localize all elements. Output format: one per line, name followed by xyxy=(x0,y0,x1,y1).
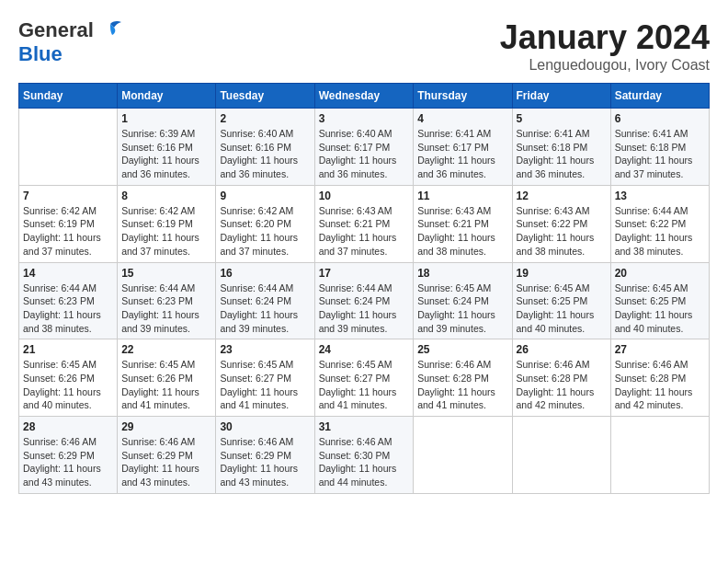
day-info: Sunrise: 6:39 AM Sunset: 6:16 PM Dayligh… xyxy=(121,127,211,181)
calendar-cell: 7Sunrise: 6:42 AM Sunset: 6:19 PM Daylig… xyxy=(19,185,118,262)
calendar-cell: 24Sunrise: 6:45 AM Sunset: 6:27 PM Dayli… xyxy=(314,339,414,417)
day-number: 5 xyxy=(517,112,607,125)
day-info: Sunrise: 6:45 AM Sunset: 6:25 PM Dayligh… xyxy=(517,282,607,336)
day-number: 10 xyxy=(319,190,410,202)
calendar-cell: 19Sunrise: 6:45 AM Sunset: 6:25 PM Dayli… xyxy=(512,262,610,339)
calendar-cell: 31Sunrise: 6:46 AM Sunset: 6:30 PM Dayli… xyxy=(314,417,414,494)
day-info: Sunrise: 6:41 AM Sunset: 6:17 PM Dayligh… xyxy=(417,127,507,181)
calendar-cell: 29Sunrise: 6:46 AM Sunset: 6:29 PM Dayli… xyxy=(118,417,216,494)
calendar-cell xyxy=(610,417,709,494)
logo: General Blue xyxy=(18,18,123,66)
calendar-cell: 2Sunrise: 6:40 AM Sunset: 6:16 PM Daylig… xyxy=(216,109,314,186)
day-info: Sunrise: 6:40 AM Sunset: 6:17 PM Dayligh… xyxy=(319,127,410,181)
title-area: January 2024 Lenguedougou, Ivory Coast xyxy=(500,18,710,74)
calendar-cell: 16Sunrise: 6:44 AM Sunset: 6:24 PM Dayli… xyxy=(216,262,314,339)
day-number: 31 xyxy=(319,420,410,433)
day-info: Sunrise: 6:42 AM Sunset: 6:20 PM Dayligh… xyxy=(220,204,310,259)
day-info: Sunrise: 6:44 AM Sunset: 6:23 PM Dayligh… xyxy=(23,282,113,336)
day-number: 30 xyxy=(220,420,310,433)
day-info: Sunrise: 6:44 AM Sunset: 6:24 PM Dayligh… xyxy=(220,282,310,336)
calendar-cell: 13Sunrise: 6:44 AM Sunset: 6:22 PM Dayli… xyxy=(610,185,709,262)
day-number: 20 xyxy=(615,267,705,280)
day-info: Sunrise: 6:42 AM Sunset: 6:19 PM Dayligh… xyxy=(121,204,211,259)
calendar-week-row: 28Sunrise: 6:46 AM Sunset: 6:29 PM Dayli… xyxy=(19,417,710,494)
calendar-cell: 28Sunrise: 6:46 AM Sunset: 6:29 PM Dayli… xyxy=(19,417,118,494)
weekday-header-sunday: Sunday xyxy=(19,84,118,109)
calendar-cell: 1Sunrise: 6:39 AM Sunset: 6:16 PM Daylig… xyxy=(118,109,216,186)
day-number: 26 xyxy=(517,343,607,356)
day-info: Sunrise: 6:43 AM Sunset: 6:21 PM Dayligh… xyxy=(417,204,507,259)
day-number: 12 xyxy=(517,190,607,202)
day-info: Sunrise: 6:42 AM Sunset: 6:19 PM Dayligh… xyxy=(23,204,113,259)
day-info: Sunrise: 6:46 AM Sunset: 6:28 PM Dayligh… xyxy=(417,358,507,412)
day-number: 15 xyxy=(121,267,211,280)
day-info: Sunrise: 6:40 AM Sunset: 6:16 PM Dayligh… xyxy=(220,127,310,181)
calendar-cell: 27Sunrise: 6:46 AM Sunset: 6:28 PM Dayli… xyxy=(610,339,709,417)
page-header: General Blue January 2024 Lenguedougou, … xyxy=(18,18,710,74)
day-number: 24 xyxy=(319,343,410,356)
calendar-week-row: 7Sunrise: 6:42 AM Sunset: 6:19 PM Daylig… xyxy=(19,185,710,262)
calendar-cell: 21Sunrise: 6:45 AM Sunset: 6:26 PM Dayli… xyxy=(19,339,118,417)
calendar-cell: 23Sunrise: 6:45 AM Sunset: 6:27 PM Dayli… xyxy=(216,339,314,417)
day-number: 6 xyxy=(615,112,705,125)
calendar-cell: 18Sunrise: 6:45 AM Sunset: 6:24 PM Dayli… xyxy=(414,262,512,339)
day-info: Sunrise: 6:41 AM Sunset: 6:18 PM Dayligh… xyxy=(517,127,607,181)
day-number: 14 xyxy=(23,267,113,280)
day-number: 17 xyxy=(319,267,410,280)
day-info: Sunrise: 6:46 AM Sunset: 6:29 PM Dayligh… xyxy=(121,435,211,489)
calendar-week-row: 1Sunrise: 6:39 AM Sunset: 6:16 PM Daylig… xyxy=(19,109,710,186)
day-number: 18 xyxy=(417,267,507,280)
calendar-cell: 20Sunrise: 6:45 AM Sunset: 6:25 PM Dayli… xyxy=(610,262,709,339)
calendar-cell: 6Sunrise: 6:41 AM Sunset: 6:18 PM Daylig… xyxy=(610,109,709,186)
day-info: Sunrise: 6:46 AM Sunset: 6:30 PM Dayligh… xyxy=(319,435,410,489)
day-info: Sunrise: 6:43 AM Sunset: 6:22 PM Dayligh… xyxy=(517,204,607,259)
day-number: 7 xyxy=(23,190,113,202)
day-number: 9 xyxy=(220,190,310,202)
day-info: Sunrise: 6:46 AM Sunset: 6:29 PM Dayligh… xyxy=(23,435,113,489)
day-info: Sunrise: 6:45 AM Sunset: 6:24 PM Dayligh… xyxy=(417,282,507,336)
day-info: Sunrise: 6:45 AM Sunset: 6:26 PM Dayligh… xyxy=(121,358,211,412)
calendar-cell: 11Sunrise: 6:43 AM Sunset: 6:21 PM Dayli… xyxy=(414,185,512,262)
calendar-cell xyxy=(414,417,512,494)
weekday-header-wednesday: Wednesday xyxy=(314,84,414,109)
calendar-week-row: 14Sunrise: 6:44 AM Sunset: 6:23 PM Dayli… xyxy=(19,262,710,339)
day-number: 2 xyxy=(220,112,310,125)
calendar-table: SundayMondayTuesdayWednesdayThursdayFrid… xyxy=(18,83,710,494)
day-number: 28 xyxy=(23,420,113,433)
calendar-cell: 26Sunrise: 6:46 AM Sunset: 6:28 PM Dayli… xyxy=(512,339,610,417)
day-info: Sunrise: 6:45 AM Sunset: 6:25 PM Dayligh… xyxy=(615,282,705,336)
calendar-cell: 22Sunrise: 6:45 AM Sunset: 6:26 PM Dayli… xyxy=(118,339,216,417)
day-info: Sunrise: 6:45 AM Sunset: 6:27 PM Dayligh… xyxy=(319,358,410,412)
calendar-cell: 14Sunrise: 6:44 AM Sunset: 6:23 PM Dayli… xyxy=(19,262,118,339)
calendar-cell: 12Sunrise: 6:43 AM Sunset: 6:22 PM Dayli… xyxy=(512,185,610,262)
calendar-subtitle: Lenguedougou, Ivory Coast xyxy=(500,57,710,74)
calendar-cell: 3Sunrise: 6:40 AM Sunset: 6:17 PM Daylig… xyxy=(314,109,414,186)
calendar-cell xyxy=(19,109,118,186)
calendar-cell: 5Sunrise: 6:41 AM Sunset: 6:18 PM Daylig… xyxy=(512,109,610,186)
weekday-header-monday: Monday xyxy=(118,84,216,109)
weekday-header-saturday: Saturday xyxy=(610,84,709,109)
day-number: 19 xyxy=(517,267,607,280)
day-info: Sunrise: 6:44 AM Sunset: 6:23 PM Dayligh… xyxy=(121,282,211,336)
day-number: 11 xyxy=(417,190,507,202)
day-number: 21 xyxy=(23,343,113,356)
day-number: 4 xyxy=(417,112,507,125)
day-info: Sunrise: 6:46 AM Sunset: 6:28 PM Dayligh… xyxy=(615,358,705,412)
day-info: Sunrise: 6:43 AM Sunset: 6:21 PM Dayligh… xyxy=(319,204,410,259)
calendar-cell: 10Sunrise: 6:43 AM Sunset: 6:21 PM Dayli… xyxy=(314,185,414,262)
calendar-title: January 2024 xyxy=(500,18,710,57)
day-number: 16 xyxy=(220,267,310,280)
weekday-header-thursday: Thursday xyxy=(414,84,512,109)
logo-blue: Blue xyxy=(18,42,63,65)
calendar-cell: 30Sunrise: 6:46 AM Sunset: 6:29 PM Dayli… xyxy=(216,417,314,494)
day-info: Sunrise: 6:45 AM Sunset: 6:26 PM Dayligh… xyxy=(23,358,113,412)
calendar-cell: 25Sunrise: 6:46 AM Sunset: 6:28 PM Dayli… xyxy=(414,339,512,417)
logo-general: General xyxy=(18,18,94,42)
day-number: 1 xyxy=(121,112,211,125)
calendar-cell: 17Sunrise: 6:44 AM Sunset: 6:24 PM Dayli… xyxy=(314,262,414,339)
calendar-week-row: 21Sunrise: 6:45 AM Sunset: 6:26 PM Dayli… xyxy=(19,339,710,417)
calendar-cell: 4Sunrise: 6:41 AM Sunset: 6:17 PM Daylig… xyxy=(414,109,512,186)
day-info: Sunrise: 6:44 AM Sunset: 6:22 PM Dayligh… xyxy=(615,204,705,259)
day-info: Sunrise: 6:44 AM Sunset: 6:24 PM Dayligh… xyxy=(319,282,410,336)
calendar-cell: 8Sunrise: 6:42 AM Sunset: 6:19 PM Daylig… xyxy=(118,185,216,262)
